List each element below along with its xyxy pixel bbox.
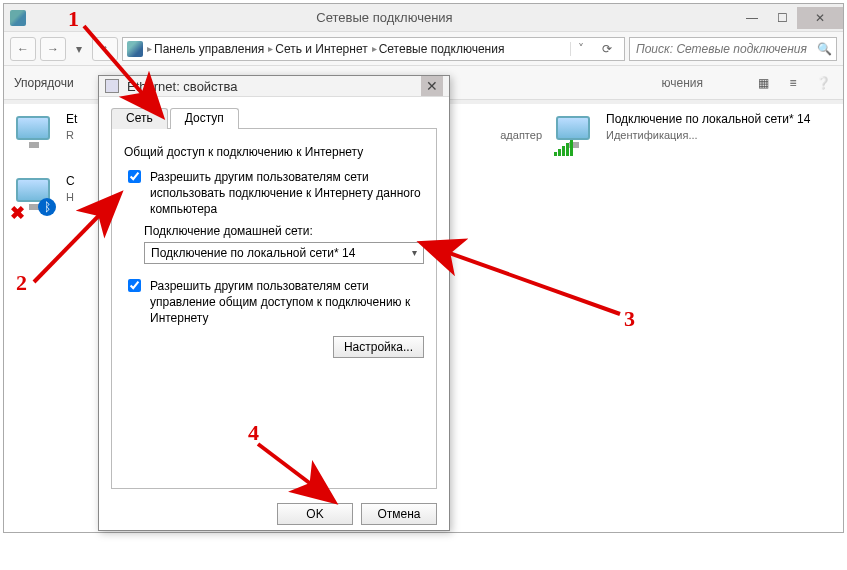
view-icons-button[interactable]: ▦ [753,73,773,93]
breadcrumb: ▸Сеть и Интернет [268,42,367,56]
cancel-button[interactable]: Отмена [361,503,437,525]
tab-network[interactable]: Сеть [111,108,168,129]
connection-status: Н [66,190,75,204]
forward-button[interactable]: → [40,37,66,61]
tab-panel-access: Общий доступ к подключению к Интернету Р… [111,129,437,489]
allow-control-row: Разрешить другим пользователям сети упра… [124,278,424,327]
search-input[interactable] [634,41,813,57]
help-button[interactable]: ❔ [813,73,833,93]
maximize-button[interactable]: ☐ [767,7,797,29]
connection-wifi[interactable]: Подключение по локальной сети* 14 Иденти… [552,112,812,168]
search-icon: 🔍 [817,42,832,56]
connection-status: адаптер [500,128,542,142]
properties-dialog: Ethernet: свойства ✕ Сеть Доступ Общий д… [98,75,450,531]
window-controls: — ☐ ✕ [737,7,843,29]
up-button[interactable]: ↑ [92,37,118,61]
tabs: Сеть Доступ [111,107,437,129]
allow-sharing-checkbox[interactable] [128,170,141,183]
breadcrumb: ▸Сетевые подключения [372,42,505,56]
back-button[interactable]: ← [10,37,36,61]
navbar: ← → ▾ ↑ ▸Панель управления ▸Сеть и Интер… [4,32,843,66]
ok-button[interactable]: OK [277,503,353,525]
connection-name: Подключение по локальной сети* 14 [606,112,810,128]
settings-button[interactable]: Настройка... [333,336,424,358]
signal-icon [554,140,573,156]
window-title: Сетевые подключения [32,10,737,25]
dialog-footer: OK Отмена [99,495,449,537]
annotation-number-3: 3 [624,306,635,332]
allow-control-label: Разрешить другим пользователям сети упра… [150,278,424,327]
home-network-label: Подключение домашней сети: [144,224,424,238]
search-box[interactable]: 🔍 [629,37,837,61]
allow-control-checkbox[interactable] [128,279,141,292]
dialog-close-button[interactable]: ✕ [421,76,443,96]
allow-sharing-label: Разрешить другим пользователям сети испо… [150,169,424,218]
tab-access[interactable]: Доступ [170,108,239,129]
history-dropdown[interactable]: ▾ [70,37,88,61]
breadcrumb: ▸Панель управления [147,42,264,56]
refresh-button[interactable]: ⟳ [594,42,620,56]
address-bar[interactable]: ▸Панель управления ▸Сеть и Интернет ▸Сет… [122,37,625,61]
chevron-down-icon: ▾ [412,247,417,258]
bluetooth-icon: ᛒ [38,198,56,216]
close-button[interactable]: ✕ [797,7,843,29]
toolbar-label-fragment: ючения [662,76,704,90]
home-network-combo[interactable]: Подключение по локальной сети* 14 ▾ [144,242,424,264]
address-dropdown[interactable]: ˅ [570,42,590,56]
combo-value: Подключение по локальной сети* 14 [151,246,355,260]
dialog-icon [105,79,119,93]
minimize-button[interactable]: — [737,7,767,29]
annotation-number-2: 2 [16,270,27,296]
connection-status: R [66,128,77,142]
breadcrumb-label[interactable]: Сетевые подключения [379,42,505,56]
connection-name: С [66,174,75,190]
group-title: Общий доступ к подключению к Интернету [124,145,424,159]
dialog-titlebar: Ethernet: свойства ✕ [99,76,449,97]
breadcrumb-label[interactable]: Сеть и Интернет [275,42,367,56]
titlebar: Сетевые подключения — ☐ ✕ [4,4,843,32]
connection-name: Et [66,112,77,128]
address-icon [127,41,143,57]
view-list-button[interactable]: ≡ [783,73,803,93]
dialog-title: Ethernet: свойства [127,79,421,94]
breadcrumb-label[interactable]: Панель управления [154,42,264,56]
toolbar-organize[interactable]: Упорядочи [14,76,74,90]
disabled-icon: ✖ [10,202,26,218]
connection-status: Идентификация... [606,128,810,142]
annotation-number-1: 1 [68,6,79,32]
window-icon [10,10,26,26]
annotation-number-4: 4 [248,420,259,446]
